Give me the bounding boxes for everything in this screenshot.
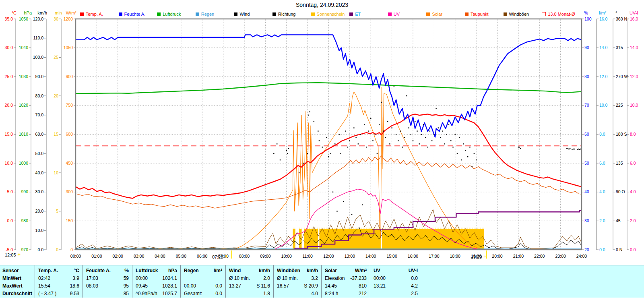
stats-cell: ^0.9hPa/h1025.7: [132, 290, 180, 298]
stats-cell: 13:27S 11.6: [226, 282, 273, 290]
stats-cell: 14:45810: [322, 282, 370, 290]
series-humidity: [76, 35, 582, 137]
svg-text:18:00: 18:00: [450, 254, 460, 259]
stats-group-windb-en: Windböenkm/hØ 10 min.3.216:57S 20.94.0: [273, 265, 321, 298]
svg-text:150: 150: [66, 218, 73, 223]
svg-text:16.0: 16.0: [630, 17, 638, 21]
sunrise-time: 07:23: [212, 255, 223, 259]
stats-cell: Gesamt:0.0: [181, 290, 225, 298]
svg-text:900: 900: [66, 74, 73, 79]
svg-text:20.0: 20.0: [5, 103, 13, 108]
stats-table: SensorMinWertMaxWertDurchschnittTemp. A.…: [0, 265, 644, 298]
stats-cell: 13:214.2: [370, 282, 421, 290]
svg-text:5.0: 5.0: [7, 189, 13, 194]
sunrise-label: 07:23 ☀: [212, 254, 228, 259]
svg-text:300: 300: [66, 189, 73, 194]
svg-text:2.0: 2.0: [599, 218, 605, 223]
axis-l-m: 16.014.012.010.08.06.04.02.00.0l/m²: [597, 10, 608, 252]
svg-text:10.0: 10.0: [35, 228, 44, 233]
stats-group-header: SolarW/m²: [322, 267, 370, 275]
svg-text:30.0: 30.0: [5, 45, 13, 50]
axis-c: 35.030.025.020.015.010.05.00.0-5.0°C: [5, 10, 17, 252]
svg-text:1000: 1000: [19, 161, 29, 166]
stats-cell: 00:000.0: [181, 282, 225, 290]
day-length-label: 12:05 ☀: [5, 252, 21, 257]
stats-group-temp-a: Temp. A.°C02:423.915:5418.6( - 3.47 )9.5…: [35, 265, 83, 298]
stats-cell: 09:451028.1: [132, 282, 180, 290]
stats-cell: ( - 3.47 )9.53: [35, 290, 83, 298]
svg-text:1200: 1200: [64, 17, 73, 21]
svg-text:15:00: 15:00: [386, 254, 397, 259]
axis-uv-i: 16.014.012.010.08.06.04.02.00.0UV-I: [627, 10, 638, 252]
stats-group-header: Windkm/h: [226, 267, 273, 275]
svg-text:0.0: 0.0: [599, 247, 605, 252]
svg-text:0 N: 0 N: [616, 247, 622, 252]
stats-row-label: MaxWert: [0, 282, 35, 290]
svg-text:13:00: 13:00: [345, 254, 355, 259]
svg-text:970: 970: [21, 247, 28, 252]
sunset-label: 19:29 ☀: [471, 254, 487, 259]
svg-text:120.0: 120.0: [33, 17, 43, 21]
stats-cell: [181, 275, 225, 282]
svg-text:14:00: 14:00: [365, 254, 376, 259]
svg-text:4.0: 4.0: [599, 189, 605, 194]
stats-cell: 08:0395: [83, 282, 132, 290]
stats-group-header: Regenl/m²: [181, 267, 225, 275]
svg-text:60: 60: [584, 132, 589, 137]
svg-text:80.0: 80.0: [35, 93, 44, 98]
svg-text:90.0: 90.0: [35, 74, 44, 79]
svg-text:0: 0: [70, 247, 73, 252]
stats-cell: 16:57S 20.9: [274, 282, 321, 290]
svg-text:980: 980: [21, 218, 28, 223]
svg-text:02:00: 02:00: [113, 254, 123, 259]
svg-text:100.0: 100.0: [33, 55, 43, 60]
stats-row-labels: SensorMinWertMaxWertDurchschnitt: [0, 265, 35, 298]
stats-cell: 85: [83, 290, 132, 298]
svg-text:80: 80: [584, 74, 589, 79]
svg-text:20: 20: [54, 93, 58, 98]
svg-text:70: 70: [584, 103, 589, 108]
axis-unit-km-h: km/h: [37, 10, 47, 15]
svg-text:12.0: 12.0: [630, 74, 638, 79]
svg-text:21:00: 21:00: [513, 254, 524, 259]
svg-text:06:00: 06:00: [197, 254, 207, 259]
svg-text:20.0: 20.0: [35, 209, 44, 213]
sun-icon: ☀: [17, 252, 21, 257]
sunrise-icon: ☀: [225, 254, 229, 259]
svg-text:45: 45: [616, 218, 621, 223]
svg-text:0: 0: [56, 247, 58, 252]
svg-text:990: 990: [21, 189, 28, 194]
svg-text:600: 600: [66, 132, 73, 137]
svg-text:50: 50: [584, 161, 589, 166]
svg-text:12.0: 12.0: [599, 74, 608, 79]
svg-text:225: 225: [616, 103, 623, 108]
svg-text:10.0: 10.0: [630, 103, 638, 108]
x-axis-labels: 00:0001:0002:0003:0004:0005:0006:0007:00…: [70, 254, 587, 259]
axis-hpa: 105010401030102010101000990980970hPa: [19, 10, 32, 252]
axis-unit-uv-i: UV-I: [630, 10, 638, 15]
svg-text:1050: 1050: [64, 45, 73, 50]
svg-text:1040: 1040: [19, 45, 29, 50]
svg-text:10.0: 10.0: [599, 103, 608, 108]
gridlines: [76, 19, 582, 250]
svg-text:40.0: 40.0: [35, 170, 44, 175]
svg-text:09:00: 09:00: [260, 254, 270, 259]
stats-group-uv: UVUV-I00:000.013:214.22.5: [370, 265, 421, 298]
svg-text:70.0: 70.0: [35, 112, 44, 117]
stats-group-header: Windböenkm/h: [274, 267, 321, 275]
axis-unit-c: °C: [12, 10, 17, 15]
svg-text:10:00: 10:00: [281, 254, 292, 259]
svg-text:12:00: 12:00: [323, 254, 334, 259]
svg-text:1020: 1020: [19, 103, 29, 108]
stats-group-solar: SolarW/m²Elevation-37.23314:458108:24 h2…: [321, 265, 370, 298]
axis-unit-: %: [584, 10, 588, 15]
svg-text:14.0: 14.0: [630, 45, 638, 50]
svg-text:0.0: 0.0: [630, 247, 636, 252]
svg-text:04:00: 04:00: [155, 254, 165, 259]
svg-text:17:00: 17:00: [429, 254, 439, 259]
svg-text:15.0: 15.0: [5, 132, 13, 137]
svg-text:270 W: 270 W: [616, 74, 628, 79]
svg-text:40: 40: [584, 189, 589, 194]
axis-unit-min: min: [55, 10, 62, 15]
svg-text:20:00: 20:00: [492, 254, 502, 259]
